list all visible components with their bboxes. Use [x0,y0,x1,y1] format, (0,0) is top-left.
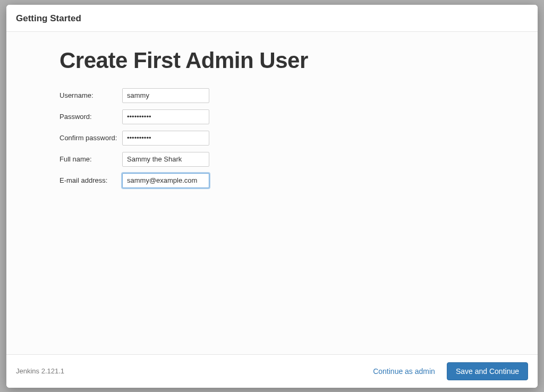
confirm-password-input[interactable] [122,131,209,146]
version-text: Jenkins 2.121.1 [16,367,64,375]
confirm-password-label: Confirm password: [60,134,122,142]
modal-footer: Jenkins 2.121.1 Continue as admin Save a… [6,354,538,388]
form-row-password: Password: [60,109,516,124]
username-input[interactable] [122,88,209,103]
modal-body: Create First Admin User Username: Passwo… [6,32,538,354]
footer-actions: Continue as admin Save and Continue [371,362,528,380]
save-and-continue-button[interactable]: Save and Continue [447,362,528,380]
setup-wizard-modal: Getting Started Create First Admin User … [6,5,538,388]
modal-header-title: Getting Started [16,13,528,24]
fullname-input[interactable] [122,152,209,167]
modal-header: Getting Started [6,5,538,32]
username-label: Username: [60,91,122,99]
form-row-confirm-password: Confirm password: [60,131,516,146]
password-label: Password: [60,113,122,121]
page-title: Create First Admin User [60,48,516,73]
email-label: E-mail address: [60,176,122,184]
form-row-username: Username: [60,88,516,103]
form-row-email: E-mail address: [60,173,516,188]
form-row-fullname: Full name: [60,152,516,167]
continue-as-admin-button[interactable]: Continue as admin [371,364,437,379]
content-inner: Create First Admin User Username: Passwo… [6,48,538,188]
email-input[interactable] [122,173,209,188]
fullname-label: Full name: [60,155,122,163]
password-input[interactable] [122,109,209,124]
